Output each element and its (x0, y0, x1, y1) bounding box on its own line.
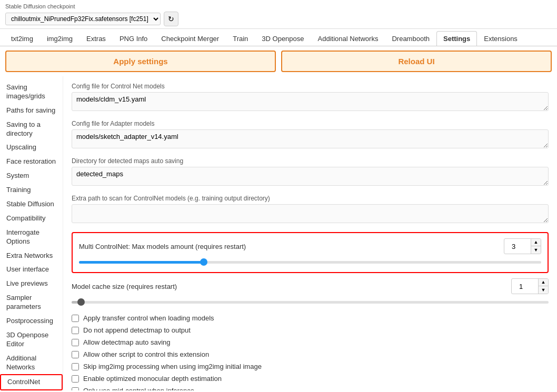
sidebar-item-user-interface[interactable]: User interface (0, 263, 63, 277)
sidebar-item-face-restoration[interactable]: Face restoration (0, 155, 63, 169)
model-cache-row: Model cache size (requires restart) ▲ ▼ (72, 278, 549, 294)
apply-settings-button[interactable]: Apply settings (5, 51, 276, 72)
config-controlnet-input[interactable]: models/cldm_v15.yaml (72, 92, 549, 111)
main-layout: Saving images/grids Paths for saving Sav… (0, 76, 557, 390)
tab-dreambooth[interactable]: Dreambooth (385, 31, 436, 46)
model-cache-slider-thumb[interactable] (77, 298, 85, 306)
checkbox-apply-transfer-input[interactable] (72, 315, 79, 322)
multi-controlnet-spin-buttons: ▲ ▼ (531, 239, 541, 254)
reload-ui-button[interactable]: Reload UI (281, 51, 552, 72)
multi-controlnet-label: Multi ControlNet: Max models amount (req… (79, 243, 246, 250)
checkbox-skip-img2img-input[interactable] (72, 363, 79, 370)
config-adapter-group: Config file for Adapter models models/sk… (72, 120, 549, 150)
checkbox-allow-other-script-input[interactable] (72, 351, 79, 358)
config-adapter-input[interactable]: models/sketch_adapter_v14.yaml (72, 129, 549, 148)
extra-path-label: Extra path to scan for ControlNet models… (72, 195, 549, 202)
model-cache-spin-buttons: ▲ ▼ (538, 279, 548, 294)
checkpoint-label: Stable Diffusion checkpoint (5, 3, 552, 9)
sidebar-item-controlnet[interactable]: ControlNet (0, 374, 63, 390)
checkbox-apply-transfer: Apply transfer control when loading mode… (72, 314, 549, 322)
sidebar-item-upscaling[interactable]: Upscaling (0, 140, 63, 155)
checkbox-no-append-detectmap: Do not append detectmap to output (72, 326, 549, 334)
config-controlnet-group: Config file for Control Net models model… (72, 83, 549, 113)
checkbox-allow-other-script-label: Allow other script to control this exten… (83, 350, 209, 358)
checkbox-allow-auto-saving: Allow detectmap auto saving (72, 338, 549, 346)
sidebar-item-postprocessing[interactable]: Postprocessing (0, 314, 63, 328)
refresh-checkpoint-button[interactable]: ↻ (164, 12, 178, 26)
checkbox-mid-control: Only use mid-control when inference (72, 387, 549, 390)
model-cache-label: Model cache size (requires restart) (72, 283, 177, 290)
checkbox-no-append-detectmap-label: Do not append detectmap to output (83, 326, 191, 334)
checkbox-enable-monocular-input[interactable] (72, 375, 79, 383)
sidebar-item-additional-networks[interactable]: Additional Networks (0, 351, 63, 375)
sidebar-item-paths[interactable]: Paths for saving (0, 104, 63, 118)
checkbox-mid-control-label: Only use mid-control when inference (83, 387, 194, 390)
checkbox-mid-control-input[interactable] (72, 387, 79, 391)
multi-controlnet-slider-thumb[interactable] (200, 258, 207, 266)
top-bar: Stable Diffusion checkpoint chilloutmix_… (0, 0, 557, 29)
multi-controlnet-spin-down[interactable]: ▼ (531, 246, 541, 254)
sidebar-item-sampler[interactable]: Sampler parameters (0, 291, 63, 314)
sidebar-item-training[interactable]: Training (0, 183, 63, 197)
model-cache-spin-up[interactable]: ▲ (539, 279, 548, 286)
multi-controlnet-spin-up[interactable]: ▲ (531, 239, 541, 246)
checkpoint-row: chilloutmix_NiPrunedFp32Fix.safetensors … (5, 12, 552, 26)
model-cache-number-input[interactable] (512, 281, 538, 292)
sidebar: Saving images/grids Paths for saving Sav… (0, 76, 63, 390)
tab-additional-networks[interactable]: Additional Networks (311, 31, 385, 46)
sidebar-item-stable-diffusion[interactable]: Stable Diffusion (0, 197, 63, 212)
tab-settings[interactable]: Settings (436, 31, 477, 46)
model-cache-slider-wrap[interactable] (72, 297, 549, 307)
sidebar-item-interrogate[interactable]: Interrogate Options (0, 226, 63, 249)
multi-controlnet-slider-track (79, 261, 541, 264)
detected-maps-input[interactable]: detected_maps (72, 167, 549, 186)
model-cache-number-wrap: ▲ ▼ (511, 278, 549, 294)
extra-path-group: Extra path to scan for ControlNet models… (72, 195, 549, 225)
config-adapter-label: Config file for Adapter models (72, 120, 549, 127)
tab-img2img[interactable]: img2img (40, 31, 79, 46)
checkbox-allow-auto-saving-label: Allow detectmap auto saving (83, 338, 170, 346)
tab-extras[interactable]: Extras (79, 31, 113, 46)
model-cache-group: Model cache size (requires restart) ▲ ▼ (72, 278, 549, 307)
checkbox-skip-img2img-label: Skip img2img processing when using img2i… (83, 363, 262, 370)
checkbox-no-append-detectmap-input[interactable] (72, 327, 79, 334)
tab-extensions[interactable]: Extensions (477, 31, 524, 46)
checkbox-allow-other-script: Allow other script to control this exten… (72, 350, 549, 358)
tabs-bar: txt2img img2img Extras PNG Info Checkpoi… (0, 31, 557, 46)
detected-maps-group: Directory for detected maps auto saving … (72, 157, 549, 187)
model-cache-slider-track (72, 301, 549, 304)
sidebar-item-compatibility[interactable]: Compatibility (0, 212, 63, 226)
multi-controlnet-slider-fill (79, 261, 204, 264)
tab-train[interactable]: Train (226, 31, 255, 46)
sidebar-item-saving-dir[interactable]: Saving to a directory (0, 118, 63, 141)
checkpoint-select[interactable]: chilloutmix_NiPrunedFp32Fix.safetensors … (5, 13, 161, 25)
sidebar-item-saving-images[interactable]: Saving images/grids (0, 81, 63, 104)
tab-txt2img[interactable]: txt2img (4, 31, 40, 46)
sidebar-item-extra-networks[interactable]: Extra Networks (0, 249, 63, 263)
detected-maps-label: Directory for detected maps auto saving (72, 157, 549, 165)
checkbox-apply-transfer-label: Apply transfer control when loading mode… (83, 314, 214, 322)
sidebar-item-system[interactable]: System (0, 169, 63, 183)
extra-path-input[interactable] (72, 204, 549, 223)
tab-png-info[interactable]: PNG Info (113, 31, 154, 46)
settings-content: Config file for Control Net models model… (63, 76, 557, 390)
checkbox-skip-img2img: Skip img2img processing when using img2i… (72, 363, 549, 370)
multi-controlnet-section: Multi ControlNet: Max models amount (req… (72, 232, 549, 273)
checkbox-enable-monocular: Enable optimized monocular depth estimat… (72, 375, 549, 383)
multi-controlnet-label-row: Multi ControlNet: Max models amount (req… (79, 238, 541, 254)
multi-controlnet-number-input[interactable] (504, 241, 531, 252)
multi-controlnet-slider-wrap[interactable] (79, 257, 541, 267)
config-controlnet-label: Config file for Control Net models (72, 83, 549, 90)
multi-controlnet-number-wrap: ▲ ▼ (504, 238, 541, 254)
checkboxes-section: Apply transfer control when loading mode… (72, 314, 549, 390)
tab-3d-openpose[interactable]: 3D Openpose (255, 31, 311, 46)
tab-checkpoint-merger[interactable]: Checkpoint Merger (154, 31, 226, 46)
checkbox-enable-monocular-label: Enable optimized monocular depth estimat… (83, 375, 222, 383)
sidebar-item-3d-openpose[interactable]: 3D Openpose Editor (0, 328, 63, 351)
action-buttons: Apply settings Reload UI (0, 46, 557, 76)
checkbox-allow-auto-saving-input[interactable] (72, 339, 79, 346)
model-cache-spin-down[interactable]: ▼ (539, 286, 548, 294)
sidebar-item-live-previews[interactable]: Live previews (0, 277, 63, 291)
